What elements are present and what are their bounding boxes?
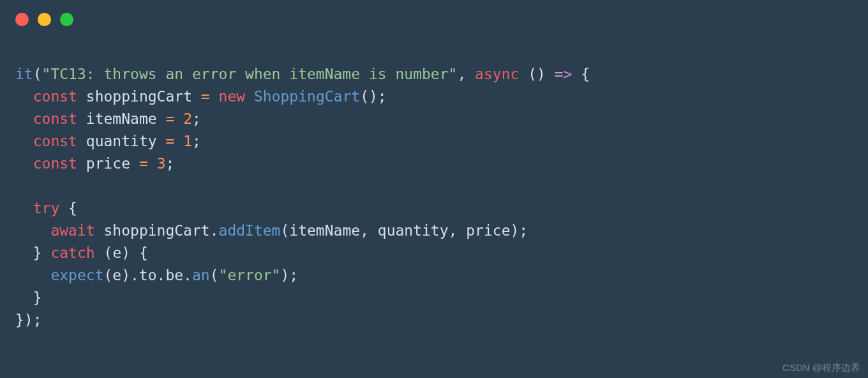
token-punct: () xyxy=(519,66,554,82)
token-paren: (e) { xyxy=(104,245,148,261)
token-eq: = xyxy=(139,155,148,172)
token-func-an: an xyxy=(192,267,210,284)
token-keyword-const: const xyxy=(33,110,77,127)
token-args: (e).to.be. xyxy=(103,267,191,284)
token-keyword-const: const xyxy=(33,155,77,172)
watermark-label: CSDN @程序边界 xyxy=(782,362,860,374)
token-indent xyxy=(15,245,33,261)
token-number: 2 xyxy=(183,110,192,127)
token-punct: { xyxy=(572,66,590,82)
minimize-dot-icon[interactable] xyxy=(38,13,51,26)
token-punct: ; xyxy=(192,133,201,149)
token-keyword-catch: catch xyxy=(50,245,94,261)
token-class: ShoppingCart xyxy=(254,88,360,105)
token-punct: , xyxy=(457,66,475,82)
token-sp xyxy=(77,88,86,105)
token-sp xyxy=(148,155,157,172)
token-sp xyxy=(77,133,86,149)
maximize-dot-icon[interactable] xyxy=(60,13,73,26)
token-string: "error" xyxy=(219,267,281,284)
token-punct: ; xyxy=(192,110,201,127)
code-window: it("TC13: throws an error when itemName … xyxy=(0,0,868,378)
token-punct: ); xyxy=(280,267,298,284)
token-arrow: => xyxy=(555,66,572,82)
token-sp xyxy=(157,110,166,127)
token-sp xyxy=(42,245,51,261)
token-ident: quantity xyxy=(86,133,157,149)
token-eq: = xyxy=(165,110,174,127)
token-sp xyxy=(77,155,86,172)
token-keyword-await: await xyxy=(50,222,94,239)
token-sp xyxy=(210,88,219,105)
token-number: 1 xyxy=(183,133,192,149)
token-punct: ( xyxy=(33,66,42,82)
token-sp xyxy=(192,88,201,105)
token-indent xyxy=(15,88,33,105)
token-punct: ( xyxy=(210,267,219,284)
token-string: "TC13: throws an error when itemName is … xyxy=(42,66,458,82)
token-brace: } xyxy=(33,289,42,306)
token-brace: { xyxy=(68,200,77,216)
token-indent xyxy=(15,200,33,216)
token-keyword-async: async xyxy=(475,66,519,82)
token-ident: shoppingCart xyxy=(86,88,192,105)
token-func-expect: expect xyxy=(50,267,103,284)
token-sp xyxy=(245,88,254,105)
token-number: 3 xyxy=(157,155,166,172)
token-args: (itemName, quantity, price); xyxy=(280,222,528,239)
token-keyword-new: new xyxy=(219,88,246,105)
token-punct: ; xyxy=(166,155,175,172)
token-brace: } xyxy=(33,245,42,261)
token-indent xyxy=(15,133,33,149)
close-dot-icon[interactable] xyxy=(15,13,29,26)
token-func-it: it xyxy=(15,66,33,82)
token-punct: (); xyxy=(360,88,387,105)
token-dot: . xyxy=(210,222,219,239)
token-sp xyxy=(95,222,104,239)
token-eq: = xyxy=(165,133,174,149)
token-ident: shoppingCart xyxy=(104,222,210,239)
token-sp xyxy=(130,155,139,172)
token-indent xyxy=(15,267,50,284)
token-sp xyxy=(59,200,68,216)
token-sp xyxy=(95,245,104,261)
token-ident: itemName xyxy=(86,110,157,127)
code-block: it("TC13: throws an error when itemName … xyxy=(0,33,868,331)
token-sp xyxy=(174,110,183,127)
token-sp xyxy=(77,110,86,127)
token-ident: price xyxy=(86,155,130,172)
token-indent xyxy=(15,222,50,239)
token-indent xyxy=(15,110,33,127)
token-sp xyxy=(157,133,166,149)
token-keyword-const: const xyxy=(33,133,77,149)
window-titlebar xyxy=(0,0,868,33)
token-eq: = xyxy=(201,88,210,105)
token-keyword-const: const xyxy=(33,88,77,105)
token-keyword-try: try xyxy=(33,200,60,216)
token-indent xyxy=(15,155,33,172)
token-close: }); xyxy=(15,312,42,328)
token-sp xyxy=(174,133,183,149)
token-indent xyxy=(15,289,33,306)
token-method: addItem xyxy=(219,222,281,239)
